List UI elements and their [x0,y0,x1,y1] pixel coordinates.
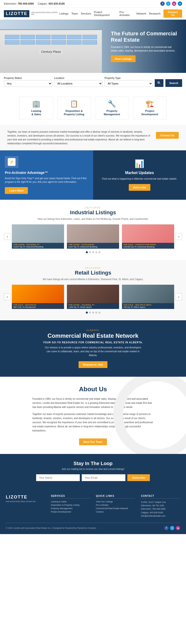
about-content: Founded in 1984, our focus is strictly o… [10,397,176,445]
newsletter-email-input[interactable] [82,474,125,481]
linkedin-icon[interactable]: in [178,2,182,6]
nav-project[interactable]: Project Development [94,11,116,16]
industrial-listing-3[interactable]: FOR SALE – CONTACT FOR PRICE 134,592 Sq.… [122,224,174,249]
newsletter-title: Stay In The Loop [5,461,181,466]
view-listings-button[interactable]: View Listings [111,55,136,62]
industrial-listings-section: FEATURED Industrial Listings View our li… [0,200,186,260]
service-management[interactable]: 🔧 PropertyManagement [95,96,129,119]
retail-dot-5[interactable] [98,312,100,314]
footer-instagram-icon[interactable]: ig [176,526,180,530]
nav-network[interactable]: Network [136,12,146,15]
facebook-icon[interactable]: f [160,2,165,6]
industrial-subtitle: View our listings from Edmonton, Leduc, … [4,218,182,220]
footer-link-management[interactable]: Property Management [51,507,90,510]
pro-activator-panel: ⚡ Pro-Activator Advantage™ Avoid the Sig… [0,150,93,200]
footer-link-disposition[interactable]: Disposition & Property Listing [51,504,90,506]
hero-section: Century Plaza The Future of Commercial R… [0,20,186,73]
contact-us-snippet-button[interactable]: Contact Us [156,132,179,139]
industrial-listing-2[interactable]: FOR LEASE – $1,576,000.00 6,317 Sq. Ft. … [67,224,119,249]
building-windows [5,35,97,44]
industrial-featured-label: FEATURED [4,206,182,209]
twitter-icon[interactable]: t [166,2,170,6]
learn-more-button[interactable]: Learn More [5,187,28,194]
newsletter-form: Subscribe [5,474,181,481]
dot-5[interactable] [98,251,100,253]
nav-listings[interactable]: Listings [59,12,68,15]
subscribe-market-button[interactable]: Subscribe [129,184,150,191]
property-type-label: Property Type [105,77,153,80]
retail-featured-label: FEATURED [4,267,182,269]
retail-dot-4[interactable] [95,312,97,314]
about-snippet-cta: Contact Us [156,130,179,139]
carousel-prev-retail[interactable]: ‹ [4,294,11,300]
nav-pro[interactable]: Pro-Activator [119,11,133,16]
social-icons: f t ig in [160,2,182,6]
nav-research[interactable]: Research [149,12,160,15]
property-status-select[interactable]: Any For Sale For Lease [4,80,52,87]
request-to-join-button[interactable]: Request to Join [79,361,107,368]
dot-1[interactable] [86,251,88,253]
footer-link-listings[interactable]: View Our Listings [96,500,135,503]
footer-services-title: Services [51,494,90,498]
newsletter-subtitle: Join our mailing list to receive our new… [5,468,181,470]
about-snippet-text: Together, our team of experts possess ex… [7,130,151,146]
industrial-tag-2: FOR LEASE – $1,576,000.00 6,317 Sq. Ft. … [67,243,119,249]
management-icon: 🔧 [97,100,127,108]
network-title: Commercial Real Estate Network [5,332,181,339]
retail-dot-2[interactable] [89,312,91,314]
retail-listing-1[interactable]: FOR SALE – $275,000.00 560 T.I.B., FL Re… [12,284,64,309]
footer-link-network[interactable]: Commercial Real Estate Network [96,507,135,510]
logo-text: LIZOTTE [4,10,29,17]
industrial-listing-1[interactable]: FOR LEASE – $14.00/SQ. FT. 13,517 Sq. Ft… [12,224,64,249]
pro-activator-desc: Avoid the Sign-Only-Trap™ and get your s… [5,176,88,184]
footer-link-project[interactable]: Project Development [51,510,90,513]
location-select[interactable]: All Locations Edmonton Calgary [54,80,102,87]
about-para1: Founded in 1984, our focus is strictly o… [33,397,154,409]
meet-team-button[interactable]: Meet Our Team [79,438,107,445]
about-title: About Us [10,386,176,393]
nav-team[interactable]: Team [71,12,78,15]
dot-3[interactable] [92,251,94,253]
industrial-listing-img-3: FOR SALE – CONTACT FOR PRICE 134,592 Sq.… [122,224,174,249]
network-tagline: YOUR GO-TO RESOURCE FOR COMMERCIAL REAL … [5,341,181,344]
market-updates-icon: 📊 [135,159,144,168]
footer-link-leasing[interactable]: Leasing & Sales [51,500,90,503]
pro-activator-title: Pro-Activator Advantage™ [5,171,88,174]
about-snippet: Together, our team of experts possess ex… [0,125,186,150]
service-development[interactable]: 🏗️ ProjectDevelopment [133,96,167,119]
search-button[interactable]: Search [165,79,182,87]
property-type-select[interactable]: All Types Industrial Retail Office [105,80,153,87]
navbar: LIZOTTE AND ASSOCIATES REAL ESTATE INC. … [0,8,186,20]
footer-services: Services Leasing & Sales Disposition & P… [51,494,90,518]
footer-twitter-icon[interactable]: t [170,526,174,530]
footer-link-careers[interactable]: Careers [96,510,135,513]
contact-us-button[interactable]: Contact Us [163,10,182,18]
carousel-next-industrial[interactable]: › [175,233,182,240]
retail-dot-3[interactable] [92,312,94,314]
service-disposition[interactable]: 📋 Disposition &Property Listing [57,96,91,119]
retail-dots [4,312,182,314]
dot-4[interactable] [95,251,97,253]
carousel-prev-industrial[interactable]: ‹ [4,233,11,240]
retail-listing-3[interactable]: FOR SALE – MULTIPLE UNITS 706 Sq. Ft. Of… [122,284,174,309]
property-type-field: Property Type All Types Industrial Retai… [105,77,153,87]
carousel-next-retail[interactable]: › [175,294,182,300]
industrial-tag-1: FOR LEASE – $14.00/SQ. FT. 13,517 Sq. Ft… [12,243,64,249]
search-icon-button[interactable]: 🔍 [155,79,163,87]
network-section: ALBERTA Commercial Real Estate Network Y… [0,320,186,377]
footer-facebook-icon[interactable]: f [164,526,168,530]
instagram-icon[interactable]: ig [172,2,176,6]
dot-2[interactable] [89,251,91,253]
footer-link-pro[interactable]: Pro-Activator [96,504,135,506]
footer-logo-sub: AND ASSOCIATES REAL ESTATE INC. [6,501,45,502]
location-label: Location [54,77,102,80]
property-status-label: Property Status [4,77,52,80]
retail-listing-2[interactable]: FOR LEASE – 216.50/SQ. FT. 1,250 Sq. Ft.… [67,284,119,309]
logo[interactable]: LIZOTTE AND ASSOCIATES REAL ESTATE INC. [4,10,59,17]
service-leasing[interactable]: 🏢 Leasing& Sales [19,96,53,119]
retail-dot-1[interactable] [86,312,88,314]
nav-services[interactable]: Services [81,12,91,15]
newsletter-name-input[interactable] [36,474,80,481]
newsletter-subscribe-button[interactable]: Subscribe [127,474,150,481]
newsletter-section: Stay In The Loop Join our mailing list t… [0,454,186,488]
